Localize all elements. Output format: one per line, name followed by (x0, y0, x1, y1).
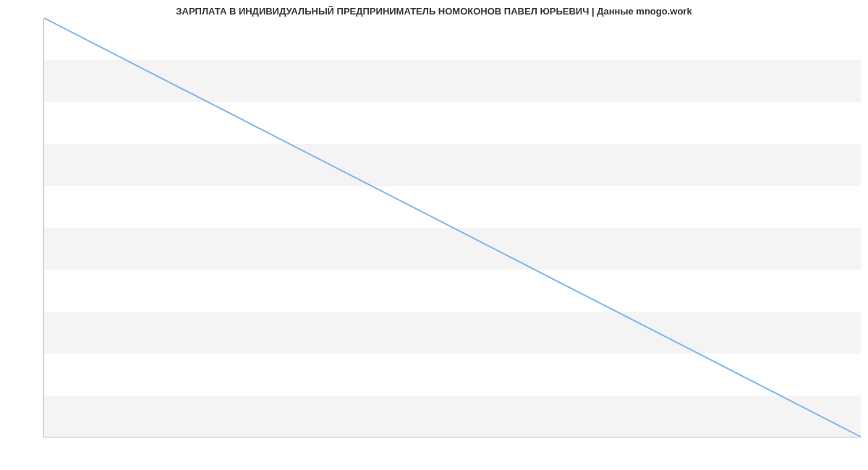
line-layer (44, 18, 861, 437)
x-axis-label: 2022 (43, 437, 53, 437)
y-axis-label: 92000 (43, 265, 44, 274)
chart-title: ЗАРПЛАТА В ИНДИВИДУАЛЬНЫЙ ПРЕДПРИНИМАТЕЛ… (0, 0, 868, 17)
y-axis-label: 90000 (43, 433, 44, 437)
y-axis-label: 92500 (43, 223, 44, 232)
series-line (44, 18, 861, 437)
y-axis-label: 94500 (43, 56, 44, 64)
y-axis-label: 95000 (43, 18, 44, 22)
y-axis-label: 90500 (43, 391, 44, 400)
x-axis-label: 2024 (853, 437, 861, 437)
y-axis-label: 93000 (43, 181, 44, 190)
y-axis-label: 94000 (43, 98, 44, 106)
y-axis-label: 93500 (43, 140, 44, 148)
chart-container: 9000090500910009150092000925009300093500… (43, 18, 861, 437)
y-axis-label: 91500 (43, 307, 44, 316)
y-axis-label: 91000 (43, 349, 44, 358)
plot-area: 9000090500910009150092000925009300093500… (43, 18, 861, 437)
